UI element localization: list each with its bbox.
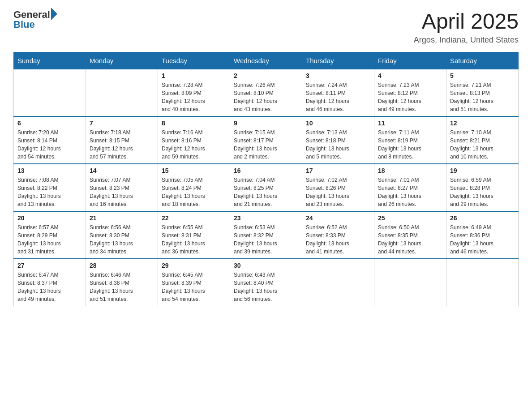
day-number: 10: [306, 120, 370, 127]
day-number: 28: [90, 262, 154, 269]
calendar-cell: [446, 259, 519, 306]
day-info: Sunrise: 7:15 AMSunset: 8:17 PMDaylight:…: [234, 128, 298, 161]
day-info: Sunrise: 6:49 AMSunset: 8:36 PMDaylight:…: [450, 223, 515, 256]
column-header-tuesday: Tuesday: [158, 52, 230, 69]
day-number: 7: [90, 120, 154, 127]
calendar-cell: 12Sunrise: 7:10 AMSunset: 8:21 PMDayligh…: [446, 116, 519, 164]
day-number: 14: [90, 167, 154, 174]
day-number: 1: [162, 72, 226, 79]
day-number: 13: [17, 167, 82, 174]
day-info: Sunrise: 7:04 AMSunset: 8:25 PMDaylight:…: [234, 176, 298, 208]
calendar-cell: 11Sunrise: 7:11 AMSunset: 8:19 PMDayligh…: [374, 116, 446, 164]
calendar-cell: 18Sunrise: 7:01 AMSunset: 8:27 PMDayligh…: [374, 164, 446, 211]
day-info: Sunrise: 6:55 AMSunset: 8:31 PMDaylight:…: [162, 223, 226, 256]
calendar-cell: 22Sunrise: 6:55 AMSunset: 8:31 PMDayligh…: [158, 211, 230, 259]
day-number: 11: [378, 120, 442, 127]
calendar-cell: 19Sunrise: 6:59 AMSunset: 8:28 PMDayligh…: [446, 164, 519, 211]
day-number: 12: [450, 120, 515, 127]
day-number: 6: [17, 120, 82, 127]
calendar-cell: 28Sunrise: 6:46 AMSunset: 8:38 PMDayligh…: [86, 259, 158, 306]
calendar-week-row: 1Sunrise: 7:28 AMSunset: 8:09 PMDaylight…: [14, 69, 519, 117]
day-info: Sunrise: 6:43 AMSunset: 8:40 PMDaylight:…: [234, 271, 298, 303]
day-number: 21: [90, 214, 154, 222]
calendar-cell: 9Sunrise: 7:15 AMSunset: 8:17 PMDaylight…: [230, 116, 302, 164]
column-header-thursday: Thursday: [302, 52, 374, 69]
calendar-cell: 4Sunrise: 7:23 AMSunset: 8:12 PMDaylight…: [374, 69, 446, 117]
day-info: Sunrise: 7:24 AMSunset: 8:11 PMDaylight:…: [306, 81, 370, 113]
day-number: 27: [17, 262, 82, 269]
day-number: 29: [162, 262, 226, 269]
day-number: 2: [234, 72, 298, 79]
day-number: 24: [306, 214, 370, 222]
day-info: Sunrise: 7:11 AMSunset: 8:19 PMDaylight:…: [378, 128, 442, 161]
calendar-cell: [374, 259, 446, 306]
calendar-week-row: 20Sunrise: 6:57 AMSunset: 8:29 PMDayligh…: [14, 211, 519, 259]
calendar-cell: 7Sunrise: 7:18 AMSunset: 8:15 PMDaylight…: [86, 116, 158, 164]
logo: General Blue: [13, 9, 57, 30]
column-header-sunday: Sunday: [14, 52, 86, 69]
calendar-cell: [14, 69, 86, 117]
calendar-cell: 14Sunrise: 7:07 AMSunset: 8:23 PMDayligh…: [86, 164, 158, 211]
day-info: Sunrise: 7:18 AMSunset: 8:15 PMDaylight:…: [90, 128, 154, 161]
calendar-cell: 30Sunrise: 6:43 AMSunset: 8:40 PMDayligh…: [230, 259, 302, 306]
day-info: Sunrise: 7:07 AMSunset: 8:23 PMDaylight:…: [90, 176, 154, 208]
calendar-week-row: 13Sunrise: 7:08 AMSunset: 8:22 PMDayligh…: [14, 164, 519, 211]
day-number: 4: [378, 72, 442, 79]
column-header-friday: Friday: [374, 52, 446, 69]
calendar-cell: 3Sunrise: 7:24 AMSunset: 8:11 PMDaylight…: [302, 69, 374, 117]
calendar-cell: 13Sunrise: 7:08 AMSunset: 8:22 PMDayligh…: [14, 164, 86, 211]
calendar-cell: 8Sunrise: 7:16 AMSunset: 8:16 PMDaylight…: [158, 116, 230, 164]
day-number: 16: [234, 167, 298, 174]
day-number: 20: [17, 214, 82, 222]
day-number: 30: [234, 262, 298, 269]
calendar-cell: 20Sunrise: 6:57 AMSunset: 8:29 PMDayligh…: [14, 211, 86, 259]
calendar-cell: 2Sunrise: 7:26 AMSunset: 8:10 PMDaylight…: [230, 69, 302, 117]
calendar-cell: 23Sunrise: 6:53 AMSunset: 8:32 PMDayligh…: [230, 211, 302, 259]
day-number: 26: [450, 214, 515, 222]
calendar-cell: 25Sunrise: 6:50 AMSunset: 8:35 PMDayligh…: [374, 211, 446, 259]
day-info: Sunrise: 7:20 AMSunset: 8:14 PMDaylight:…: [17, 128, 82, 161]
calendar-cell: 26Sunrise: 6:49 AMSunset: 8:36 PMDayligh…: [446, 211, 519, 259]
day-info: Sunrise: 6:56 AMSunset: 8:30 PMDaylight:…: [90, 223, 154, 256]
day-info: Sunrise: 6:46 AMSunset: 8:38 PMDaylight:…: [90, 271, 154, 303]
calendar-cell: 24Sunrise: 6:52 AMSunset: 8:33 PMDayligh…: [302, 211, 374, 259]
day-info: Sunrise: 7:02 AMSunset: 8:26 PMDaylight:…: [306, 176, 370, 208]
day-info: Sunrise: 6:45 AMSunset: 8:39 PMDaylight:…: [162, 271, 226, 303]
day-info: Sunrise: 7:28 AMSunset: 8:09 PMDaylight:…: [162, 81, 226, 113]
day-info: Sunrise: 6:50 AMSunset: 8:35 PMDaylight:…: [378, 223, 442, 256]
day-number: 3: [306, 72, 370, 79]
day-number: 15: [162, 167, 226, 174]
day-number: 18: [378, 167, 442, 174]
calendar-cell: [86, 69, 158, 117]
day-info: Sunrise: 7:21 AMSunset: 8:13 PMDaylight:…: [450, 81, 515, 113]
day-info: Sunrise: 6:52 AMSunset: 8:33 PMDaylight:…: [306, 223, 370, 256]
day-number: 8: [162, 120, 226, 127]
day-info: Sunrise: 7:01 AMSunset: 8:27 PMDaylight:…: [378, 176, 442, 208]
day-info: Sunrise: 6:57 AMSunset: 8:29 PMDaylight:…: [17, 223, 82, 256]
calendar-table: SundayMondayTuesdayWednesdayThursdayFrid…: [13, 52, 519, 306]
day-number: 25: [378, 214, 442, 222]
calendar-cell: 10Sunrise: 7:13 AMSunset: 8:18 PMDayligh…: [302, 116, 374, 164]
column-header-wednesday: Wednesday: [230, 52, 302, 69]
main-title: April 2025: [414, 9, 519, 34]
day-number: 22: [162, 214, 226, 222]
title-area: April 2025 Argos, Indiana, United States: [414, 9, 519, 45]
day-number: 19: [450, 167, 515, 174]
calendar-header-row: SundayMondayTuesdayWednesdayThursdayFrid…: [14, 52, 519, 69]
day-number: 23: [234, 214, 298, 222]
calendar-cell: 27Sunrise: 6:47 AMSunset: 8:37 PMDayligh…: [14, 259, 86, 306]
day-info: Sunrise: 7:13 AMSunset: 8:18 PMDaylight:…: [306, 128, 370, 161]
calendar-cell: 1Sunrise: 7:28 AMSunset: 8:09 PMDaylight…: [158, 69, 230, 117]
calendar-cell: 29Sunrise: 6:45 AMSunset: 8:39 PMDayligh…: [158, 259, 230, 306]
day-info: Sunrise: 7:05 AMSunset: 8:24 PMDaylight:…: [162, 176, 226, 208]
calendar-cell: 17Sunrise: 7:02 AMSunset: 8:26 PMDayligh…: [302, 164, 374, 211]
day-info: Sunrise: 7:10 AMSunset: 8:21 PMDaylight:…: [450, 128, 515, 161]
page-header: General Blue April 2025 Argos, Indiana, …: [13, 9, 519, 45]
day-info: Sunrise: 7:26 AMSunset: 8:10 PMDaylight:…: [234, 81, 298, 113]
day-number: 17: [306, 167, 370, 174]
calendar-cell: 6Sunrise: 7:20 AMSunset: 8:14 PMDaylight…: [14, 116, 86, 164]
day-info: Sunrise: 6:53 AMSunset: 8:32 PMDaylight:…: [234, 223, 298, 256]
day-info: Sunrise: 6:59 AMSunset: 8:28 PMDaylight:…: [450, 176, 515, 208]
day-number: 5: [450, 72, 515, 79]
calendar-week-row: 27Sunrise: 6:47 AMSunset: 8:37 PMDayligh…: [14, 259, 519, 306]
